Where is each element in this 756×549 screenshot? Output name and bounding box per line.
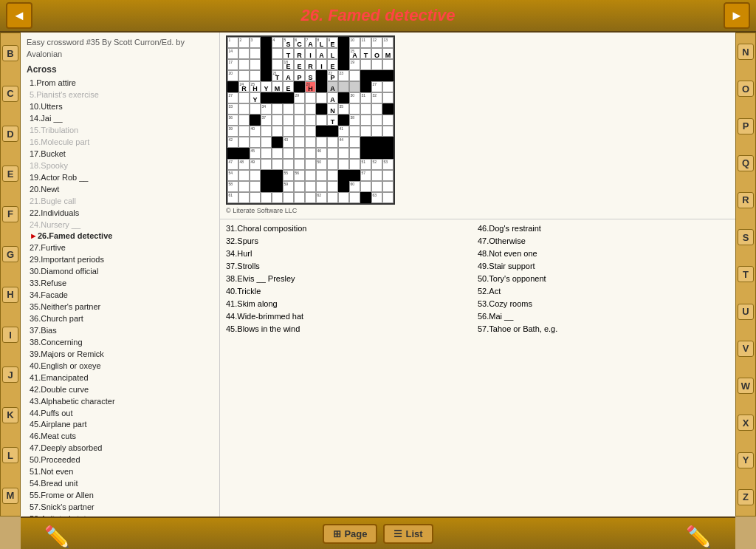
grid-cell[interactable] [371,126,382,137]
clue-item[interactable]: 35.Neither's partner [27,301,213,313]
grid-cell[interactable] [238,181,250,192]
clue-item[interactable]: 46.Meat cuts [27,431,213,443]
grid-cell[interactable]: 22P [327,70,338,81]
grid-cell[interactable] [261,70,272,81]
grid-cell[interactable] [327,126,338,137]
grid-cell[interactable]: 26H [305,81,316,92]
grid-cell[interactable] [305,103,316,115]
grid-cell[interactable] [382,181,394,192]
grid-cell[interactable]: T [327,115,338,126]
clue-item[interactable]: 1.Prom attire [27,78,213,89]
grid-cell[interactable]: 44 [338,137,349,148]
grid-cell[interactable] [371,103,382,115]
grid-cell[interactable] [283,126,294,137]
grid-cell[interactable] [316,126,327,137]
grid-cell[interactable]: I [305,48,316,59]
clue-item[interactable]: ►26.Famed detective [27,231,213,242]
grid-cell[interactable] [327,192,338,203]
grid-cell[interactable] [250,137,261,148]
grid-cell[interactable]: E [327,59,338,70]
grid-cell[interactable]: Y [261,81,272,92]
grid-cell[interactable] [338,148,349,159]
grid-cell[interactable] [283,115,294,126]
grid-cell[interactable]: A [283,70,294,81]
grid-cell[interactable]: M [272,81,283,92]
grid-cell[interactable] [272,137,283,148]
grid-cell[interactable]: I [316,59,327,70]
grid-cell[interactable] [338,59,349,70]
grid-cell[interactable]: 35 [338,103,349,115]
clue-item[interactable]: 19.Actor Rob __ [27,172,213,184]
grid-cell[interactable] [382,81,394,92]
grid-cell[interactable]: R [305,59,316,70]
grid-cell[interactable] [261,181,272,192]
grid-cell[interactable]: 33 [227,103,238,115]
clue-item[interactable]: 51.Not even [27,466,213,478]
grid-cell[interactable]: 5S [283,37,294,48]
grid-cell[interactable] [283,92,294,103]
grid-cell[interactable] [338,170,349,181]
grid-cell[interactable] [272,103,283,115]
grid-cell[interactable] [272,48,283,59]
grid-cell[interactable] [338,181,349,192]
grid-cell[interactable]: 47 [227,159,238,170]
grid-cell[interactable]: 50 [316,159,327,170]
grid-cell[interactable]: 38 [349,115,360,126]
grid-cell[interactable] [316,181,327,192]
grid-cell[interactable]: N [327,103,338,115]
grid-cell[interactable] [238,192,250,203]
grid-cell[interactable]: 18E [283,59,294,70]
clue-item[interactable]: 54.Bread unit [27,478,213,490]
grid-cell[interactable] [316,137,327,148]
grid-cell[interactable] [261,59,272,70]
grid-cell[interactable] [294,148,305,159]
grid-cell[interactable] [261,126,272,137]
grid-cell[interactable] [338,115,349,126]
grid-cell[interactable] [305,192,316,203]
grid-cell[interactable] [349,137,360,148]
grid-cell[interactable]: 3 [250,37,261,48]
clue-item[interactable]: 27.Furtive [27,242,213,254]
grid-cell[interactable] [272,126,283,137]
clue-item[interactable]: 44.Puffs out [27,408,213,420]
grid-cell[interactable] [305,115,316,126]
grid-cell[interactable] [338,92,349,103]
grid-cell[interactable]: 2 [238,37,250,48]
grid-cell[interactable] [382,59,394,70]
page-button[interactable]: ⊞ Page [323,524,377,544]
clue-item[interactable]: 55.Frome or Allen [27,490,213,502]
grid-cell[interactable] [338,81,349,92]
grid-cell[interactable]: 8L [316,37,327,48]
grid-cell[interactable] [360,103,371,115]
grid-cell[interactable]: 24R [238,81,250,92]
grid-cell[interactable] [250,170,261,181]
grid-cell[interactable]: 10 [349,37,360,48]
grid-cell[interactable] [371,115,382,126]
grid-cell[interactable] [371,70,382,81]
grid-cell[interactable]: 20 [227,70,238,81]
grid-cell[interactable] [250,115,261,126]
grid-cell[interactable] [238,92,250,103]
grid-cell[interactable] [283,192,294,203]
grid-cell[interactable] [338,192,349,203]
grid-cell[interactable]: M [382,48,394,59]
grid-cell[interactable] [272,159,283,170]
grid-cell[interactable]: 12 [371,37,382,48]
grid-cell[interactable]: 1 [227,37,238,48]
grid-cell[interactable] [349,159,360,170]
grid-cell[interactable]: 7A [305,37,316,48]
grid-cell[interactable]: T [283,48,294,59]
grid-cell[interactable] [360,137,371,148]
grid-cell[interactable]: 15A [349,48,360,59]
grid-cell[interactable]: 49 [250,159,261,170]
grid-cell[interactable]: 55 [283,170,294,181]
grid-cell[interactable]: 57 [360,170,371,181]
grid-cell[interactable]: 41 [338,126,349,137]
grid-cell[interactable] [272,92,283,103]
grid-cell[interactable]: L [327,48,338,59]
grid-cell[interactable] [382,126,394,137]
grid-cell[interactable]: 27 [371,81,382,92]
grid-cell[interactable]: 63 [371,192,382,203]
clue-item[interactable]: 39.Majors or Remick [27,349,213,361]
grid-cell[interactable] [238,103,250,115]
